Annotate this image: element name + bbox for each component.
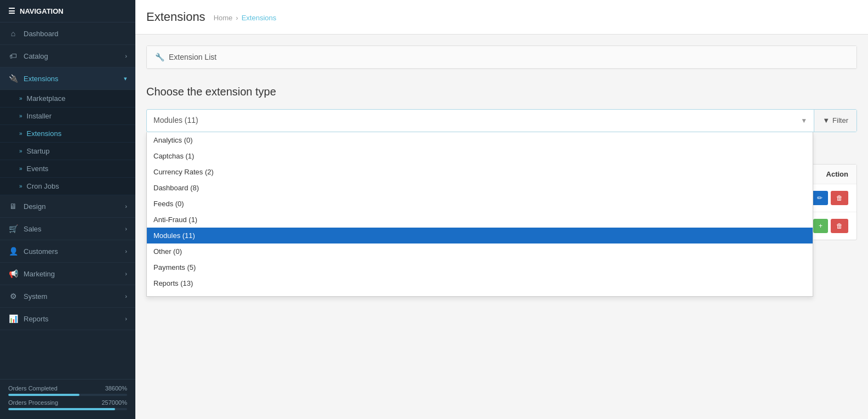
cron-jobs-label: Cron Jobs — [27, 182, 59, 190]
breadcrumb: Home › Extensions — [214, 14, 277, 22]
extensions-icon: 🔌 — [8, 74, 18, 83]
puzzle-icon: 🔧 — [155, 53, 164, 61]
catalog-icon: 🏷 — [8, 52, 18, 60]
reports-arrow-icon: › — [125, 315, 127, 322]
dashboard-icon: ⌂ — [8, 29, 18, 38]
dropdown-option-currency-rates[interactable]: Currency Rates (2) — [147, 164, 813, 180]
orders-completed-label: Orders Completed — [8, 385, 58, 392]
marketplace-chevron-icon: » — [19, 95, 22, 101]
sidebar-item-extensions[interactable]: 🔌 Extensions ▾ — [0, 67, 135, 90]
catalog-arrow-icon: › — [125, 53, 127, 59]
install-banner-button[interactable]: + — [813, 219, 828, 233]
orders-completed-bar — [8, 394, 127, 396]
choose-extension-title: Choose the extension type — [146, 80, 857, 101]
extension-type-dropdown-container: Modules (11) ▼ ▼ Filter Analytics (0) Ca… — [146, 109, 857, 132]
customers-arrow-icon: › — [125, 248, 127, 254]
sidebar-item-sales[interactable]: 🛒 Sales › — [0, 218, 135, 240]
dropdown-option-reports[interactable]: Reports (13) — [147, 275, 813, 291]
system-arrow-icon: › — [125, 293, 127, 299]
extensions-arrow-icon: ▾ — [124, 75, 127, 82]
sidebar-submenu-marketplace[interactable]: » Marketplace — [0, 90, 135, 107]
sidebar-footer: Orders Completed 38600% Orders Processin… — [0, 379, 135, 419]
sidebar-submenu-installer[interactable]: » Installer — [0, 107, 135, 125]
marketing-arrow-icon: › — [125, 270, 127, 277]
breadcrumb-sep: › — [236, 14, 238, 22]
extension-type-select-value[interactable]: Modules (11) — [147, 110, 794, 132]
content-body: 🔧 Extension List Choose the extension ty… — [135, 35, 868, 251]
installer-label: Installer — [27, 112, 52, 120]
marketing-icon: 📢 — [8, 269, 18, 278]
orders-processing-label: Orders Processing — [8, 399, 58, 406]
sidebar-item-marketing[interactable]: 📢 Marketing › — [0, 263, 135, 285]
breadcrumb-current: Extensions — [242, 14, 277, 22]
extensions-sub-label: Extensions — [27, 129, 62, 138]
nav-header: ☰ NAVIGATION — [0, 0, 135, 22]
sidebar-submenu-startup[interactable]: » Startup — [0, 143, 135, 160]
sidebar-item-system-label: System — [24, 292, 47, 301]
orders-completed-value: 38600% — [105, 385, 127, 392]
sales-icon: 🛒 — [8, 224, 18, 233]
design-arrow-icon: › — [125, 203, 127, 210]
filter-funnel-icon: ▼ — [823, 116, 830, 124]
sidebar-item-customers[interactable]: 👤 Customers › — [0, 240, 135, 263]
extensions-sub-chevron-icon: » — [19, 131, 22, 137]
installer-chevron-icon: » — [19, 113, 22, 119]
card-title: Extension List — [169, 53, 216, 61]
hamburger-icon: ☰ — [8, 7, 15, 15]
sidebar-submenu-events[interactable]: » Events — [0, 160, 135, 178]
sidebar-item-sales-label: Sales — [24, 225, 42, 233]
dropdown-option-shipping[interactable]: Shipping (5) — [147, 291, 813, 297]
reports-icon: 📊 — [8, 314, 18, 323]
sidebar-item-design-label: Design — [24, 202, 45, 211]
sidebar-submenu-cron-jobs[interactable]: » Cron Jobs — [0, 178, 135, 195]
main-content: Extensions Home › Extensions 🔧 Extension… — [135, 0, 868, 419]
sales-arrow-icon: › — [125, 225, 127, 232]
sidebar-item-reports-label: Reports — [24, 315, 49, 323]
system-icon: ⚙ — [8, 292, 18, 301]
dropdown-option-dashboard[interactable]: Dashboard (8) — [147, 180, 813, 196]
orders-completed-bar-fill — [8, 394, 79, 396]
customers-icon: 👤 — [8, 247, 18, 256]
sidebar-item-design[interactable]: 🖥 Design › — [0, 195, 135, 218]
cron-jobs-chevron-icon: » — [19, 183, 22, 189]
dropdown-option-feeds[interactable]: Feeds (0) — [147, 196, 813, 212]
dropdown-option-captchas[interactable]: Captchas (1) — [147, 148, 813, 164]
orders-processing-bar-fill — [8, 408, 115, 410]
sidebar-item-dashboard-label: Dashboard — [24, 30, 59, 38]
events-chevron-icon: » — [19, 166, 22, 172]
sidebar-item-system[interactable]: ⚙ System › — [0, 285, 135, 308]
extension-type-dropdown-list[interactable]: Analytics (0) Captchas (1) Currency Rate… — [146, 132, 813, 297]
dropdown-option-other[interactable]: Other (0) — [147, 244, 813, 259]
dropdown-option-modules[interactable]: Modules (11) — [147, 228, 813, 244]
sidebar-submenu-extensions[interactable]: » Extensions — [0, 125, 135, 143]
sidebar-item-catalog[interactable]: 🏷 Catalog › — [0, 45, 135, 67]
select-arrow-icon[interactable]: ▼ — [794, 110, 814, 132]
sidebar-item-customers-label: Customers — [24, 247, 58, 256]
filter-button[interactable]: ▼ Filter — [814, 110, 856, 132]
extension-list-card: 🔧 Extension List — [146, 46, 857, 69]
sidebar-item-reports[interactable]: 📊 Reports › — [0, 308, 135, 330]
page-header: Extensions Home › Extensions — [135, 0, 868, 35]
orders-processing-bar — [8, 408, 127, 410]
dropdown-option-payments[interactable]: Payments (5) — [147, 259, 813, 275]
breadcrumb-home[interactable]: Home — [214, 14, 233, 22]
sidebar-item-dashboard[interactable]: ⌂ Dashboard — [0, 22, 135, 45]
events-label: Events — [27, 165, 49, 173]
nav-label: NAVIGATION — [20, 7, 64, 15]
card-header: 🔧 Extension List — [147, 46, 856, 69]
sidebar-item-catalog-label: Catalog — [24, 52, 48, 60]
startup-chevron-icon: » — [19, 148, 22, 154]
sidebar-item-extensions-label: Extensions — [24, 75, 59, 83]
sidebar: ☰ NAVIGATION ⌂ Dashboard 🏷 Catalog › 🔌 E… — [0, 0, 135, 419]
startup-label: Startup — [27, 147, 50, 155]
dropdown-option-anti-fraud[interactable]: Anti-Fraud (1) — [147, 212, 813, 228]
design-icon: 🖥 — [8, 202, 18, 211]
delete-banner-button[interactable]: 🗑 — [831, 219, 848, 233]
edit-account-button[interactable]: ✏ — [812, 191, 828, 205]
orders-processing-value: 257000% — [102, 399, 128, 406]
dropdown-option-analytics[interactable]: Analytics (0) — [147, 132, 813, 148]
extension-type-select-wrapper: Modules (11) ▼ ▼ Filter — [146, 109, 857, 132]
page-title: Extensions — [146, 10, 205, 24]
delete-account-button[interactable]: 🗑 — [831, 191, 848, 205]
sidebar-item-marketing-label: Marketing — [24, 270, 55, 278]
